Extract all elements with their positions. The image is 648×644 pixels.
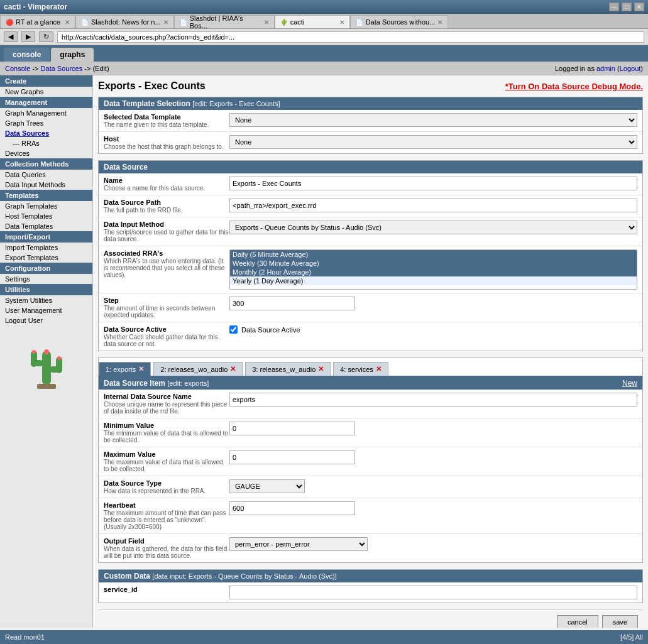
template-label: Selected Data Template bbox=[104, 113, 229, 121]
form-row-template: Selected Data Template The name given to… bbox=[99, 110, 642, 132]
rra-listbox[interactable]: Daily (5 Minute Average) Weekly (30 Minu… bbox=[229, 249, 637, 290]
close-button[interactable]: ✕ bbox=[634, 3, 644, 11]
breadcrumb-datasources[interactable]: Data Sources bbox=[41, 65, 83, 72]
breadcrumb-console[interactable]: Console bbox=[5, 65, 30, 72]
form-row-rra: Associated RRA's Which RRA's to use when… bbox=[99, 246, 642, 293]
sidebar-item-new-graphs[interactable]: New Graphs bbox=[0, 87, 92, 97]
statusbar-left: Read mon01 bbox=[5, 633, 45, 641]
heartbeat-input[interactable] bbox=[229, 501, 355, 515]
tab-label: Slashdot | RIAA's Bos... bbox=[190, 14, 261, 30]
admin-link[interactable]: admin bbox=[596, 65, 615, 72]
sidebar-item-data-sources[interactable]: Data Sources bbox=[0, 128, 92, 138]
active-checkbox[interactable] bbox=[229, 325, 238, 334]
tab-close[interactable]: ✕ bbox=[264, 19, 269, 26]
input-method-label: Data Input Method bbox=[104, 221, 229, 228]
sidebar-item-user-management[interactable]: User Management bbox=[0, 305, 92, 315]
tab-close-releases-w[interactable]: ✕ bbox=[318, 365, 324, 373]
template-select[interactable]: None bbox=[229, 113, 637, 127]
tab-icon: 📄 bbox=[81, 19, 89, 26]
sidebar-item-data-templates[interactable]: Data Templates bbox=[0, 221, 92, 231]
save-button[interactable]: save bbox=[602, 615, 638, 628]
rra-label: Associated RRA's bbox=[104, 249, 229, 257]
active-checkbox-row: Data Source Active bbox=[229, 325, 637, 334]
breadcrumb-current: (Edit) bbox=[92, 65, 109, 72]
data-source-header: Data Source bbox=[99, 161, 642, 173]
sidebar-item-graph-templates[interactable]: Graph Templates bbox=[0, 201, 92, 211]
tab-label: Slashdot: News for n... bbox=[91, 18, 161, 26]
output-select[interactable]: perm_error - perm_error bbox=[229, 537, 368, 551]
sidebar-item-data-input-methods[interactable]: Data Input Methods bbox=[0, 180, 92, 190]
tab-close[interactable]: ✕ bbox=[163, 19, 168, 26]
tab-close-services[interactable]: ✕ bbox=[376, 365, 382, 373]
debug-link[interactable]: *Turn On Data Source Debug Mode. bbox=[505, 82, 643, 91]
item-tab-services[interactable]: 4: services ✕ bbox=[333, 362, 388, 376]
min-value-input[interactable] bbox=[229, 422, 355, 435]
cancel-button[interactable]: cancel bbox=[557, 615, 598, 628]
sidebar-item-rras[interactable]: --- RRAs bbox=[0, 138, 92, 148]
custom-data-section: Custom Data [data input: Exports - Queue… bbox=[98, 569, 643, 603]
address-bar[interactable]: http://cacti/cacti/data_sources.php?acti… bbox=[57, 31, 644, 43]
minimize-button[interactable]: — bbox=[609, 3, 619, 11]
tab-icon: 🌵 bbox=[280, 19, 288, 26]
tab-datasources[interactable]: 📄 Data Sources withou... ✕ bbox=[350, 15, 449, 28]
tab-close[interactable]: ✕ bbox=[437, 19, 442, 26]
form-row-host: Host Choose the host that this graph bel… bbox=[99, 132, 642, 153]
tab-close[interactable]: ✕ bbox=[65, 19, 70, 26]
statusbar: Read mon01 [4/5] All bbox=[0, 630, 648, 644]
sidebar-section-configuration: Configuration bbox=[0, 263, 92, 274]
sidebar-item-host-templates[interactable]: Host Templates bbox=[0, 211, 92, 221]
sidebar-item-logout[interactable]: Logout User bbox=[0, 315, 92, 325]
item-tab-releases-w[interactable]: 3: releases_w_audio ✕ bbox=[245, 362, 331, 376]
service-id-input[interactable] bbox=[229, 586, 637, 599]
reload-button[interactable]: ↻ bbox=[39, 31, 53, 42]
content-area: Exports - Exec Counts *Turn On Data Sour… bbox=[93, 75, 648, 628]
sidebar-item-graph-management[interactable]: Graph Management bbox=[0, 108, 92, 118]
tab-console[interactable]: console bbox=[4, 48, 50, 62]
sidebar-item-export-templates[interactable]: Export Templates bbox=[0, 253, 92, 263]
tab-close-exports[interactable]: ✕ bbox=[138, 365, 144, 373]
type-select[interactable]: GAUGE COUNTER DERIVE ABSOLUTE bbox=[229, 479, 305, 493]
data-source-item-section: Data Source Item [edit: exports] New Int… bbox=[98, 377, 643, 563]
input-method-select[interactable]: Exports - Queue Counts by Status - Audio… bbox=[229, 221, 637, 234]
name-input[interactable] bbox=[229, 177, 637, 190]
tab-cacti[interactable]: 🌵 cacti ✕ bbox=[275, 15, 350, 28]
tab-graphs[interactable]: graphs bbox=[51, 48, 94, 62]
sidebar-item-data-queries[interactable]: Data Queries bbox=[0, 170, 92, 180]
sidebar-item-system-utilities[interactable]: System Utilities bbox=[0, 295, 92, 305]
new-item-link[interactable]: New bbox=[622, 379, 637, 388]
path-input[interactable] bbox=[229, 199, 637, 212]
tab-rt[interactable]: 🔴 RT at a glance ✕ bbox=[0, 15, 75, 28]
maximize-button[interactable]: □ bbox=[622, 3, 632, 11]
sidebar-item-settings[interactable]: Settings bbox=[0, 274, 92, 284]
tab-slashdot2[interactable]: 📄 Slashdot | RIAA's Bos... ✕ bbox=[174, 15, 275, 28]
form-row-type: Data Source Type How data is represented… bbox=[99, 476, 642, 498]
form-row-internal-name: Internal Data Source Name Choose unique … bbox=[99, 390, 642, 418]
internal-name-input[interactable] bbox=[229, 393, 637, 407]
step-label: Step bbox=[104, 297, 229, 304]
tab-close[interactable]: ✕ bbox=[339, 19, 344, 26]
item-tab-exports[interactable]: 1: exports ✕ bbox=[99, 362, 151, 376]
sidebar-item-import-templates[interactable]: Import Templates bbox=[0, 243, 92, 253]
form-row-output: Output Field When data is gathered, the … bbox=[99, 534, 642, 562]
active-desc: Whether Cacti should gather data for thi… bbox=[104, 334, 229, 347]
logout-link[interactable]: Logout bbox=[620, 65, 641, 72]
active-text: Data Source Active bbox=[241, 326, 300, 334]
page-title: Exports - Exec Counts bbox=[98, 80, 206, 92]
template-desc: The name given to this data template. bbox=[104, 121, 229, 128]
tab-icon: 🔴 bbox=[6, 19, 13, 26]
tab-slashdot1[interactable]: 📄 Slashdot: News for n... ✕ bbox=[75, 15, 174, 28]
back-button[interactable]: ◀ bbox=[4, 31, 18, 42]
host-select[interactable]: None bbox=[229, 135, 637, 149]
sidebar-section-utilities: Utilities bbox=[0, 284, 92, 295]
sidebar-item-devices[interactable]: Devices bbox=[0, 148, 92, 158]
window-controls[interactable]: — □ ✕ bbox=[609, 3, 644, 11]
sidebar-item-graph-trees[interactable]: Graph Trees bbox=[0, 118, 92, 128]
max-value-input[interactable] bbox=[229, 450, 355, 464]
sidebar-section-management: Management bbox=[0, 97, 92, 108]
tab-close-releases-wo[interactable]: ✕ bbox=[230, 365, 236, 373]
step-input[interactable] bbox=[229, 297, 355, 310]
button-row: cancel save bbox=[98, 609, 643, 628]
forward-button[interactable]: ▶ bbox=[21, 31, 35, 42]
tab-label: RT at a glance bbox=[16, 18, 60, 26]
item-tab-releases-wo[interactable]: 2: releases_wo_audio ✕ bbox=[153, 362, 243, 376]
